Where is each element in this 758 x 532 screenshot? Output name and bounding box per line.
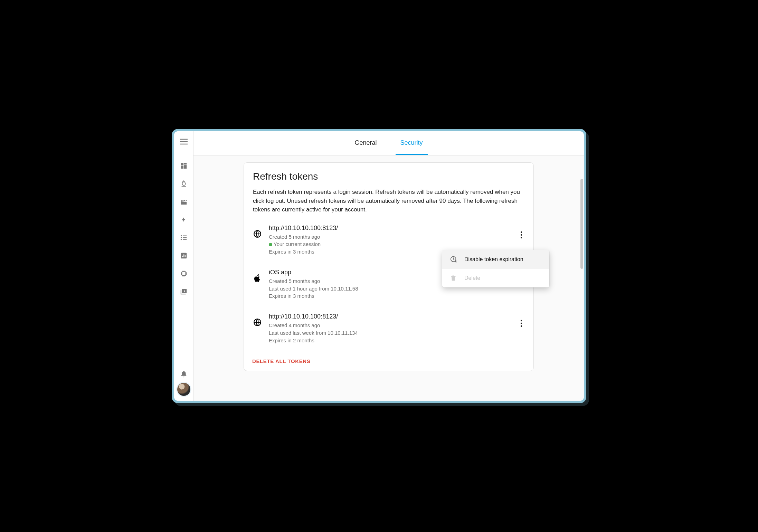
svg-rect-9 (183, 239, 187, 240)
svg-rect-3 (181, 166, 183, 169)
svg-point-19 (521, 237, 522, 238)
sidebar-item-statistics[interactable] (180, 251, 188, 260)
bell-icon (180, 371, 188, 378)
status-dot-icon (269, 243, 272, 246)
svg-point-21 (521, 320, 522, 321)
sidebar (174, 131, 193, 401)
list-icon (180, 234, 188, 241)
svg-rect-11 (182, 256, 183, 257)
tab-bar: General Security (193, 131, 584, 155)
notifications-button[interactable] (180, 370, 188, 379)
svg-rect-1 (184, 163, 186, 165)
dots-vertical-icon (520, 231, 522, 239)
token-title: http://10.10.10.100:8123/ (269, 313, 511, 320)
token-menu-button[interactable] (516, 316, 527, 330)
card-title: Refresh tokens (253, 171, 524, 182)
content-scrollbar[interactable] (580, 158, 583, 397)
scrollbar-thumb[interactable] (580, 179, 583, 269)
svg-point-6 (180, 237, 182, 238)
app-window: General Security Refresh tokens Each ref… (172, 129, 586, 403)
sidebar-bottom (177, 366, 190, 401)
sidebar-item-devices[interactable] (180, 269, 188, 278)
svg-point-23 (521, 325, 522, 327)
user-avatar[interactable] (177, 383, 190, 396)
svg-rect-14 (182, 272, 186, 276)
token-expires: Expires in 2 months (269, 337, 511, 344)
dashboard-icon (180, 162, 188, 170)
svg-rect-7 (183, 237, 187, 238)
dots-vertical-icon (520, 320, 522, 327)
fire-icon (180, 180, 188, 188)
svg-rect-2 (184, 165, 186, 169)
sidebar-item-energy[interactable] (180, 180, 188, 188)
card-description: Each refresh token represents a login se… (253, 188, 524, 214)
sidebar-item-player[interactable] (180, 287, 188, 296)
svg-point-4 (180, 235, 182, 237)
hamburger-icon (180, 139, 188, 145)
chart-box-icon (180, 252, 188, 259)
svg-rect-5 (183, 236, 187, 236)
menu-item-delete: Delete (442, 269, 549, 287)
sidebar-nav (180, 152, 188, 366)
token-title: http://10.10.10.100:8123/ (269, 225, 511, 232)
svg-point-18 (521, 234, 522, 235)
globe-icon (253, 318, 263, 327)
tab-general[interactable]: General (350, 131, 381, 155)
token-row: http://10.10.10.100:8123/ Created 4 mont… (244, 307, 533, 352)
sidebar-item-automations[interactable] (180, 216, 188, 224)
token-expires: Expires in 3 months (269, 292, 527, 300)
card-footer: Delete all tokens (244, 352, 533, 371)
main-content: General Security Refresh tokens Each ref… (193, 131, 584, 401)
delete-all-tokens-button[interactable]: Delete all tokens (252, 358, 310, 364)
sidebar-item-list[interactable] (180, 234, 188, 242)
svg-point-22 (521, 323, 522, 324)
trash-icon (450, 274, 457, 282)
sidebar-item-media[interactable] (180, 198, 188, 206)
token-current-session: Your current session (269, 240, 511, 248)
token-created: Created 5 months ago (269, 233, 511, 241)
card-header: Refresh tokens Each refresh token repres… (244, 163, 533, 217)
token-context-menu: Disable token expiration Delete (442, 250, 549, 287)
menu-item-label: Disable token expiration (464, 256, 523, 263)
svg-rect-13 (184, 255, 185, 257)
svg-point-17 (521, 231, 522, 232)
menu-toggle-button[interactable] (177, 135, 191, 149)
menu-item-label: Delete (464, 275, 480, 281)
clapperboard-icon (180, 198, 188, 206)
token-last-used: Last used last week from 10.10.11.134 (269, 329, 511, 337)
tab-security[interactable]: Security (396, 131, 428, 155)
lightning-icon (181, 215, 187, 224)
video-library-icon (180, 288, 188, 295)
token-menu-button[interactable] (516, 228, 527, 242)
globe-icon (253, 229, 263, 238)
chip-icon (180, 270, 188, 277)
clock-off-icon (450, 256, 457, 263)
sidebar-item-dashboard[interactable] (180, 162, 188, 170)
apple-icon (253, 274, 263, 283)
svg-point-8 (180, 239, 182, 240)
menu-item-disable-expiration[interactable]: Disable token expiration (442, 250, 549, 269)
svg-rect-12 (183, 254, 184, 257)
token-created: Created 4 months ago (269, 322, 511, 329)
svg-rect-0 (181, 163, 183, 165)
token-body: http://10.10.10.100:8123/ Created 4 mont… (269, 313, 511, 344)
